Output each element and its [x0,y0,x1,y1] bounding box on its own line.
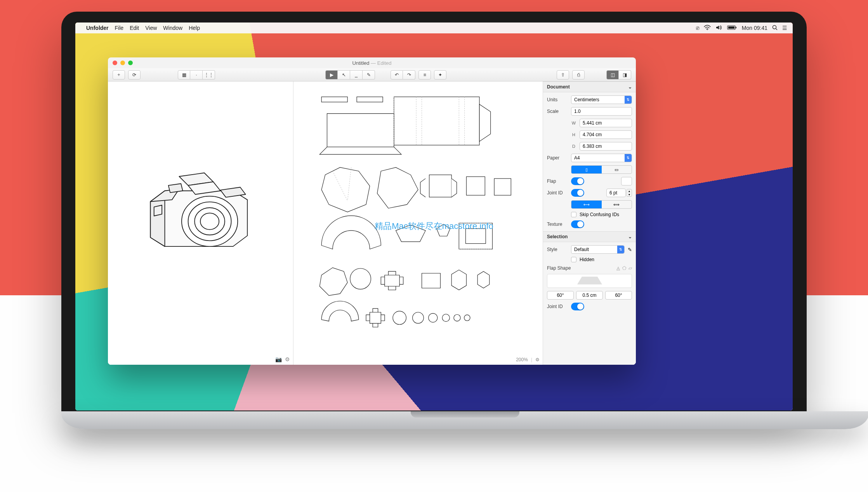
zoom-level[interactable]: 200% [516,357,528,362]
snapshot-icon[interactable]: 📷 [275,356,282,362]
units-label: Units [547,97,568,102]
flap-shape-preview[interactable] [547,274,632,288]
sel-jointid-toggle[interactable] [571,303,584,310]
svg-point-0 [707,29,708,30]
hidden-checkbox[interactable] [571,257,576,262]
scale-label: Scale [547,109,568,114]
unfold-pane[interactable]: 200% | ⚙ [293,81,543,365]
svg-rect-18 [321,97,347,102]
laptop-base [61,411,868,429]
airplay-icon[interactable]: ⎚ [696,25,699,31]
tool-paint-button[interactable]: ✎ [363,70,375,80]
menu-file[interactable]: File [115,25,124,31]
placement-inside-icon[interactable]: ⟷ [571,201,602,208]
layout-dot-button[interactable]: · [190,70,203,80]
rotate-left-button[interactable]: ↶ [391,70,403,80]
width-input[interactable]: 5.441 cm [580,119,632,127]
jointid-size-stepper[interactable]: 6 pt ▲▼ [606,189,632,197]
height-input[interactable]: 4.704 cm [580,130,632,139]
hidden-label: Hidden [580,257,594,262]
layout-dots-button[interactable]: ⋮⋮ [203,70,215,80]
preview-3d-pane[interactable]: 📷 ⚙ [108,81,293,365]
flap-toggle[interactable] [571,177,584,185]
window-title: Untitled [352,60,369,66]
svg-rect-2 [736,27,736,28]
document-section-header[interactable]: Document ⌄ [543,81,636,92]
svg-rect-19 [357,97,383,102]
print-button[interactable]: ⎙ [572,70,585,80]
rotate-right-button[interactable]: ↷ [403,70,415,80]
reload-button[interactable]: ⟳ [128,70,141,80]
svg-point-27 [393,311,406,324]
chevron-down-icon: ⌄ [628,234,632,239]
style-label: Style [547,247,568,252]
unfold-settings-icon[interactable]: ⚙ [535,357,540,362]
app-name[interactable]: Unfolder [86,25,109,31]
jointid-toggle[interactable] [571,189,584,197]
layout-grid-button[interactable]: ▦ [178,70,190,80]
battery-icon[interactable] [727,25,737,31]
menubar: Unfolder File Edit View Window Help ⎚ [75,23,793,33]
units-select[interactable]: Centimeters ⇅ [571,95,632,104]
svg-rect-21 [429,175,451,197]
menu-view[interactable]: View [145,25,157,31]
menu-edit[interactable]: Edit [130,25,139,31]
toolbar: ＋ ⟳ ▦ · ⋮⋮ ▶ ↖ ⎯ ✎ [108,68,636,81]
svg-point-28 [413,312,424,324]
align-button[interactable]: ≡ [418,70,431,80]
texture-toggle[interactable] [571,220,584,228]
flap-label: Flap [547,178,568,184]
flapshape-label: Flap Shape [547,265,571,271]
magic-button[interactable]: ✦ [434,70,446,80]
tool-edge-button[interactable]: ⎯ [350,70,363,80]
panel-inspector-toggle[interactable]: ◨ [619,70,631,80]
orientation-segment[interactable]: ▯ ▭ [571,165,632,174]
panel-3d-toggle[interactable]: ◫ [606,70,619,80]
landscape-icon[interactable]: ▭ [602,166,632,173]
flap-length-input[interactable]: 0.5 cm [576,291,603,300]
paper-label: Paper [547,155,568,161]
paper-select[interactable]: A4 ⇅ [571,154,632,162]
flap-shape-c-icon[interactable]: ▱ [628,265,632,271]
svg-point-4 [773,25,776,29]
wifi-icon[interactable] [704,25,711,31]
svg-rect-20 [394,97,479,145]
placement-outside-icon[interactable]: ⟺ [602,201,632,208]
flap-angle2-input[interactable]: 60° [605,291,632,300]
menubar-clock[interactable]: Mon 09:41 [742,25,767,31]
portrait-icon[interactable]: ▯ [571,166,602,173]
flap-angle1-input[interactable]: 60° [547,291,574,300]
style-select[interactable]: Default ⇅ [571,245,625,254]
add-button[interactable]: ＋ [113,70,125,80]
control-center-icon[interactable]: ☰ [782,25,787,31]
select-arrow-icon: ⇅ [625,96,632,104]
jointid-placement-segment[interactable]: ⟷ ⟺ [571,200,632,209]
jointid-label: Joint ID [547,190,568,196]
svg-line-5 [776,29,777,30]
tool-move-button[interactable]: ▶ [325,70,338,80]
titlebar: Untitled — Edited [108,57,636,68]
tool-select-button[interactable]: ↖ [338,70,350,80]
volume-icon[interactable] [715,25,722,31]
selection-section-header[interactable]: Selection ⌄ [543,231,636,242]
spotlight-icon[interactable] [772,25,778,31]
share-button[interactable]: ⇧ [557,70,569,80]
depth-input[interactable]: 6.383 cm [580,142,632,151]
camera-model [129,151,273,259]
menu-help[interactable]: Help [189,25,200,31]
settings-3d-icon[interactable]: ⚙ [285,356,290,362]
menu-window[interactable]: Window [163,25,182,31]
svg-marker-17 [154,205,162,216]
window-edited-badge: — Edited [371,60,391,66]
svg-point-32 [464,315,470,320]
skip-ids-checkbox[interactable] [571,212,576,217]
edit-style-icon[interactable]: ✎ [628,247,632,253]
inspector-pane: Document ⌄ Units Centimeters ⇅ [543,81,636,365]
scale-input[interactable]: 1.0 [571,107,632,116]
flap-shape-b-icon[interactable]: ⬠ [622,265,626,271]
app-window: Untitled — Edited ＋ ⟳ ▦ · ⋮⋮ ▶ [108,57,636,365]
flap-swatch[interactable] [621,177,632,185]
svg-rect-3 [728,26,734,29]
svg-point-16 [200,213,219,230]
flap-shape-a-icon[interactable]: ◬ [616,265,620,271]
